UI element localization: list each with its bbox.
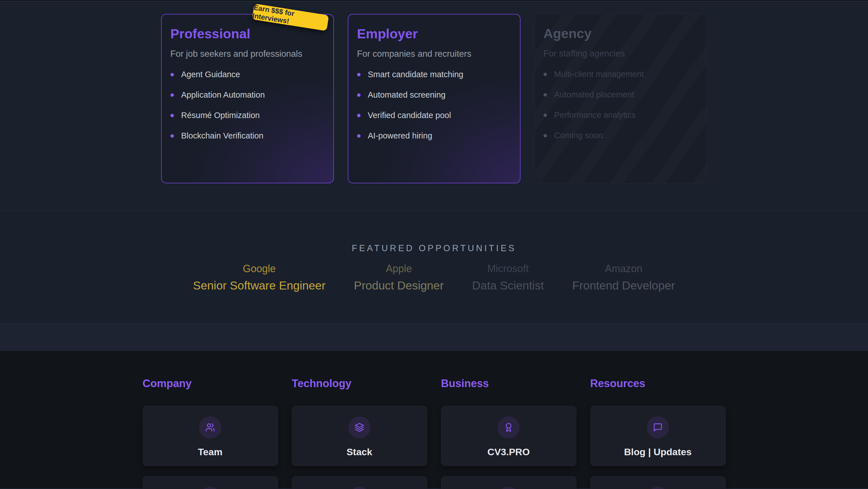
plan-feature: Coming soon... (544, 131, 698, 141)
plan-feature: Résumé Optimization (170, 110, 324, 121)
footer-link-partial[interactable] (441, 476, 577, 489)
featured-item-amazon[interactable]: Amazon Frontend Developer (572, 262, 675, 293)
plan-cards-row: Professional For job seekers and profess… (0, 1, 868, 183)
plan-feature-label: Multi-client management (554, 69, 644, 79)
bullet-dot-icon (170, 134, 174, 138)
footer-link-team[interactable]: Team (143, 406, 278, 466)
featured-item-apple[interactable]: Apple Product Designer (354, 262, 444, 293)
bullet-dot-icon (357, 114, 361, 117)
bullet-dot-icon (544, 73, 547, 76)
bullet-dot-icon (170, 93, 174, 97)
footer-link-label: Blog | Updates (624, 447, 691, 458)
plan-feature: AI-powered hiring (357, 131, 511, 141)
footer-links-row: Team Stack CV3.PRO (143, 406, 725, 466)
featured-company: Google (193, 262, 326, 275)
bullet-dot-icon (170, 114, 174, 117)
featured-opportunities-section: FEATURED OPPORTUNITIES Google Senior Sof… (0, 211, 868, 324)
bullet-dot-icon (357, 134, 361, 138)
plan-feature-label: Blockchain Verification (181, 131, 264, 141)
footer-headings-row: Company Technology Business Resources (143, 377, 725, 406)
plan-subtitle: For job seekers and professionals (170, 49, 324, 59)
footer-heading-business: Business (441, 377, 577, 391)
footer-heading-technology: Technology (292, 377, 427, 391)
plan-feature-label: Résumé Optimization (181, 111, 260, 120)
plan-feature-list: Agent Guidance Application Automation Ré… (170, 69, 324, 141)
plan-feature-label: Application Automation (181, 90, 265, 99)
plan-title: Professional (170, 26, 324, 42)
plan-feature-label: Automated placement (554, 90, 634, 99)
plan-card-professional[interactable]: Professional For job seekers and profess… (161, 14, 334, 183)
plan-feature-label: Agent Guidance (181, 70, 240, 79)
spacer-band (0, 324, 868, 351)
plan-subtitle: For staffing agencies (544, 48, 698, 59)
footer-links-row-2 (143, 476, 725, 489)
featured-company: Apple (354, 262, 444, 275)
plan-feature-label: AI-powered hiring (368, 131, 432, 141)
bullet-dot-icon (544, 134, 547, 137)
footer-link-label: Stack (347, 447, 372, 458)
plan-feature: Application Automation (170, 90, 324, 100)
award-icon (498, 416, 520, 438)
site-footer: Company Technology Business Resources Te… (0, 351, 868, 488)
circle-icon (199, 487, 221, 489)
plan-feature: Performance analytics (544, 110, 698, 120)
plan-feature: Agent Guidance (170, 69, 324, 80)
plan-feature-list: Smart candidate matching Automated scree… (357, 69, 511, 141)
plan-feature: Multi-client management (544, 69, 698, 80)
footer-link-partial[interactable] (292, 476, 427, 489)
featured-role: Product Designer (354, 279, 444, 293)
footer-link-partial[interactable] (143, 476, 278, 489)
featured-company: Amazon (572, 262, 675, 275)
plan-feature-label: Automated screening (368, 90, 446, 99)
plan-subtitle: For companies and recruiters (357, 49, 511, 59)
featured-carousel: Google Senior Software Engineer Apple Pr… (0, 262, 868, 293)
footer-link-partial[interactable] (590, 476, 725, 489)
plan-feature: Blockchain Verification (170, 131, 324, 141)
bullet-dot-icon (357, 73, 361, 76)
footer-heading-company: Company (143, 377, 278, 391)
plan-feature-label: Performance analytics (554, 110, 636, 120)
message-icon (647, 416, 669, 438)
footer-link-cv3pro[interactable]: CV3.PRO (441, 406, 577, 466)
footer-content: Company Technology Business Resources Te… (143, 351, 725, 489)
plan-feature-label: Smart candidate matching (368, 70, 464, 79)
plan-feature: Automated screening (357, 90, 511, 100)
circle-icon (498, 487, 520, 489)
plan-feature-list: Multi-client management Automated placem… (544, 69, 698, 141)
featured-company: Microsoft (472, 262, 544, 275)
circle-icon (348, 487, 370, 489)
footer-link-blog[interactable]: Blog | Updates (590, 406, 725, 466)
layers-icon (348, 416, 370, 438)
featured-item-google[interactable]: Google Senior Software Engineer (193, 262, 326, 293)
featured-role: Frontend Developer (572, 279, 675, 293)
plan-feature: Smart candidate matching (357, 69, 511, 80)
plans-section: Earn $$$ for Interviews! Professional Fo… (0, 1, 868, 211)
featured-heading: FEATURED OPPORTUNITIES (0, 211, 868, 254)
bullet-dot-icon (544, 93, 547, 96)
footer-heading-resources: Resources (590, 377, 725, 391)
bullet-dot-icon (544, 114, 547, 117)
plan-card-agency: Agency For staffing agencies Multi-clien… (534, 14, 707, 183)
featured-role: Data Scientist (472, 279, 544, 293)
featured-role: Senior Software Engineer (193, 279, 326, 293)
plan-feature: Automated placement (544, 90, 698, 100)
footer-link-label: Team (198, 447, 222, 458)
plan-feature: Verified candidate pool (357, 110, 511, 121)
bullet-dot-icon (357, 93, 361, 97)
circle-icon (647, 487, 669, 489)
plan-card-employer[interactable]: Employer For companies and recruiters Sm… (348, 14, 521, 183)
bullet-dot-icon (170, 73, 174, 76)
plan-title: Agency (544, 26, 698, 41)
users-icon (199, 416, 221, 438)
plan-feature-label: Coming soon... (554, 131, 610, 140)
footer-link-stack[interactable]: Stack (292, 406, 427, 466)
plan-title: Employer (357, 26, 511, 42)
footer-link-label: CV3.PRO (487, 447, 530, 458)
plan-feature-label: Verified candidate pool (368, 111, 451, 120)
featured-item-microsoft[interactable]: Microsoft Data Scientist (472, 262, 544, 293)
